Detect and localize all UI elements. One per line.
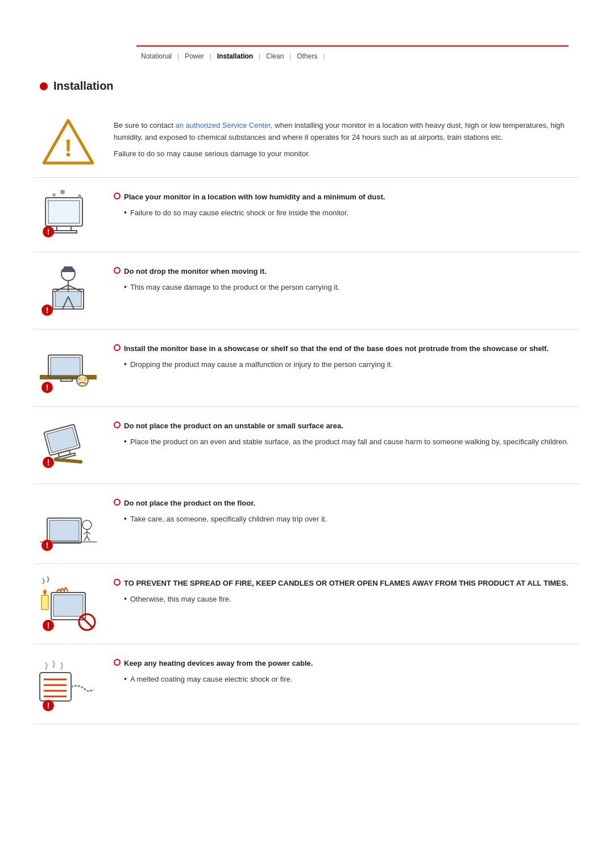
svg-text:!: ! [47,701,50,710]
svg-point-8 [60,190,65,194]
section6-subitem-0-text: Otherwise, this may cause fire. [130,594,231,605]
monitor-dust-icon: ! [37,189,99,240]
nav-sep-1: | [176,53,180,60]
service-center-link[interactable]: an authorized Service Center [175,121,271,130]
svg-rect-53 [42,595,48,610]
svg-point-28 [77,375,88,386]
section-heating: ! Keep any heating devices away from the… [34,644,580,724]
section7-bullet [114,659,121,666]
section3-subitem-0: Dropping the product may cause a malfunc… [124,359,580,370]
section3-title-row: Install the monitor base in a showcase o… [114,343,580,354]
section7-subitems: A melted coating may cause electric shoc… [124,674,580,685]
section1-icon-col: ! [34,189,102,240]
warning-subtext: Failure to do so may cause serious damag… [114,148,580,160]
section7-title: Keep any heating devices away from the p… [124,658,313,669]
section1-content: Place your monitor in a location with lo… [114,189,580,220]
nav-sep-4: | [288,53,292,60]
section-humidity: ! Place your monitor in a location with … [34,178,580,252]
svg-text:!: ! [46,541,49,550]
tab-clean[interactable]: Clean [262,50,288,62]
svg-line-57 [81,616,93,628]
section-fire: ! TO PREVENT THE SPREAD OF FIRE, KEEP CA… [34,564,580,644]
section5-subitems: Take care, as someone, specifically chil… [124,514,580,525]
section1-title: Place your monitor in a location with lo… [124,191,385,203]
section3-subitems: Dropping the product may cause a malfunc… [124,359,580,370]
svg-text:!: ! [47,621,50,630]
navigation-bar: Notational | Power | Installation | Clea… [136,45,569,62]
svg-text:!: ! [46,383,49,392]
svg-point-43 [82,520,92,529]
section6-subitem-0: Otherwise, this may cause fire. [124,594,580,605]
svg-rect-19 [55,291,81,307]
section5-subitem-0-text: Take care, as someone, specifically chil… [130,514,327,525]
svg-line-45 [84,532,87,534]
section4-content: Do not place the product on an unstable … [114,418,580,449]
section6-title-row: TO PREVENT THE SPREAD OF FIRE, KEEP CAND… [114,578,580,589]
section5-content: Do not place the product on the floor. T… [114,495,580,527]
tab-notational[interactable]: Notational [136,50,176,62]
section7-title-row: Keep any heating devices away from the p… [114,658,580,669]
section5-icon-col: ! [34,495,102,552]
section3-bullet [114,344,121,351]
tab-installation[interactable]: Installation [213,50,258,62]
svg-text:!: ! [47,458,50,467]
section4-subitems: Place the product on an even and stable … [124,436,580,448]
floor-monitor-icon: ! [37,495,99,552]
section2-title: Do not drop the monitor when moving it. [124,266,267,277]
section3-icon-col: ! [34,341,102,395]
tab-others[interactable]: Others [292,50,322,62]
svg-rect-4 [57,226,71,231]
section6-icon-col: ! [34,575,102,632]
section1-subitem-0: Failure to do so may cause electric shoc… [124,207,580,219]
section6-bullet [114,579,121,586]
section2-bullet [114,267,121,274]
section5-title-row: Do not place the product on the floor. [114,498,580,509]
svg-rect-42 [49,520,79,541]
section5-title: Do not place the product on the floor. [124,498,255,509]
unstable-surface-icon: ! [37,418,99,472]
section-warning: ! Be sure to contact an authorized Servi… [34,106,580,178]
title-dot [40,82,48,90]
nav-sep-5: | [322,53,326,60]
section2-icon-col: ! [34,264,102,318]
moving-monitor-icon: ! [37,264,99,318]
warning-triangle-icon: ! [43,118,94,166]
section3-subitem-0-text: Dropping the product may cause a malfunc… [130,359,393,370]
warning-content: Be sure to contact an authorized Service… [114,118,580,164]
warning-text: Be sure to contact an authorized Service… [114,120,580,144]
section1-title-row: Place your monitor in a location with lo… [114,191,580,203]
section4-title-row: Do not place the product on an unstable … [114,420,580,432]
svg-text:!: ! [64,135,72,161]
section4-icon-col: ! [34,418,102,472]
svg-rect-14 [64,266,73,270]
section1-bullet [114,193,121,199]
tab-power[interactable]: Power [180,50,209,62]
svg-rect-5 [51,231,77,233]
svg-rect-52 [53,595,83,616]
svg-rect-3 [48,201,80,223]
section7-icon-col: ! [34,656,102,712]
svg-line-47 [84,536,87,541]
section-base: ! Install the monitor base in a showcase… [34,329,580,407]
section4-subitem-0: Place the product on an even and stable … [124,436,580,448]
shelf-monitor-icon: ! [37,341,99,395]
section2-subitem-0: This may cause damage to the product or … [124,282,580,293]
page-title-row: Installation [40,80,580,93]
svg-rect-26 [51,357,80,375]
section5-subitem-0: Take care, as someone, specifically chil… [124,514,580,525]
section2-title-row: Do not drop the monitor when moving it. [114,266,580,277]
section2-content: Do not drop the monitor when moving it. … [114,264,580,295]
section1-subitem-0-text: Failure to do so may cause electric shoc… [130,207,349,219]
nav-sep-2: | [209,53,213,60]
section7-subitem-0-text: A melted coating may cause electric shoc… [130,674,292,685]
section4-bullet [114,422,121,428]
svg-point-9 [78,194,81,198]
section-floor: ! Do not place the product on the floor.… [34,484,580,564]
svg-line-48 [87,536,90,541]
fire-candle-icon: ! [37,575,99,632]
page-title: Installation [53,80,114,93]
section1-subitems: Failure to do so may cause electric shoc… [124,207,580,219]
section3-title: Install the monitor base in a showcase o… [124,343,549,354]
section6-subitems: Otherwise, this may cause fire. [124,594,580,605]
section5-bullet [114,499,121,506]
